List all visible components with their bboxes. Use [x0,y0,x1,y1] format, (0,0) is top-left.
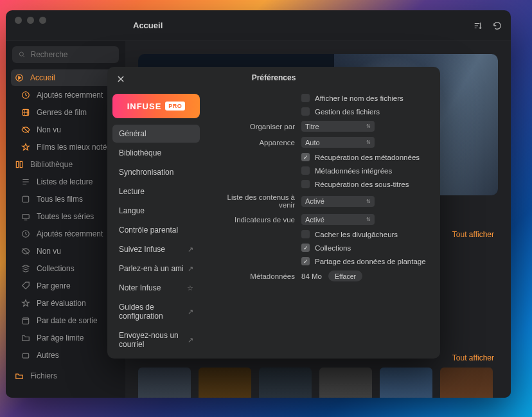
play-icon [15,73,24,82]
sidebar-item-bygenre[interactable]: Par genre [11,278,120,294]
sidebar-item-allseries[interactable]: Toutes les séries [11,208,120,225]
poster-item[interactable]: CAPTAIN AMERICA [380,368,432,398]
checkbox-meta-embedded[interactable] [301,166,310,175]
sidebar-item-others[interactable]: Autres [11,347,120,364]
sort-icon[interactable] [474,21,483,30]
tab-playback[interactable]: Lecture [112,182,200,200]
sidebar-item-collections[interactable]: Collections [11,260,120,277]
sidebar-section-library[interactable]: Bibliothèque [11,156,120,173]
minimize-window-button[interactable] [27,17,34,24]
sidebar-item-byrating[interactable]: Par évaluation [11,295,120,312]
poster-item[interactable]: THE FALCON [440,368,493,398]
poster-item[interactable] [319,368,372,398]
sidebar-item-label: Collections [37,264,75,273]
svg-rect-4 [22,196,28,202]
search-field[interactable] [12,46,119,63]
chevron-updown-icon: ⇅ [366,123,371,129]
sidebar-item-label: Fichiers [30,371,57,380]
external-link-icon: ↗ [188,245,193,254]
sidebar-item-label: Bibliothèque [30,160,73,169]
close-window-button[interactable] [15,17,22,24]
checkbox-subs-fetch[interactable] [301,180,310,188]
window-controls [15,17,46,24]
sidebar-item-unseen2[interactable]: Non vu [11,243,120,260]
poster-item[interactable]: THE THIRD SEASON [259,368,312,398]
sidebar-item-unseen[interactable]: Non vu [11,121,120,138]
app-window: Accueil Accueil Ajoutés récemment Genres… [6,10,511,398]
sidebar-item-allfilms[interactable]: Tous les films [11,191,120,208]
maximize-window-button[interactable] [39,17,46,24]
svg-rect-5 [22,215,30,219]
select-value: Auto [305,139,320,146]
tab-language[interactable]: Langue [112,202,200,220]
preferences-dialog: Préférences INFUSE PRO Général Bibliothè… [107,67,440,359]
poster-item[interactable] [199,368,251,398]
sidebar-item-recent2[interactable]: Ajoutés récemment [11,226,120,242]
select-upcoming[interactable]: Activé⇅ [301,196,375,207]
checkbox-collections[interactable]: ✓ [301,244,310,252]
refresh-icon[interactable] [493,21,502,30]
select-organise-by[interactable]: Titre⇅ [301,121,375,132]
tab-sync[interactable]: Synchronisation [112,163,200,181]
show-all-link[interactable]: Tout afficher [452,353,494,362]
form-label: Métadonnées [210,272,301,280]
search-input[interactable] [30,50,112,59]
infuse-pro-banner[interactable]: INFUSE PRO [112,94,200,118]
external-link-icon: ↗ [188,308,193,316]
sidebar-item-label: Ajoutés récemment [37,229,103,238]
tab-label: Bibliothèque [119,148,161,157]
chevron-updown-icon: ⇅ [366,199,371,204]
close-icon[interactable] [116,75,125,84]
box-icon [21,351,30,360]
star-icon [21,299,30,308]
tag-icon [21,281,30,290]
form-label: Collections [315,244,351,252]
eye-off-icon [21,247,30,256]
svg-rect-8 [22,353,28,358]
sidebar-item-label: Accueil [30,73,55,82]
sidebar-item-home[interactable]: Accueil [11,69,120,86]
star-icon [21,143,30,152]
chevron-updown-icon: ⇅ [366,217,371,222]
sidebar-section-files[interactable]: Fichiers [11,368,120,384]
tab-label: Général [119,129,146,138]
select-watched[interactable]: Activé⇅ [301,214,375,225]
tab-rate[interactable]: Noter Infuse☆ [112,279,200,297]
folder-open-icon [15,371,24,380]
list-icon [21,177,30,186]
checkbox-file-mgmt[interactable] [301,107,310,116]
show-all-link[interactable]: Tout afficher [452,230,494,239]
sidebar-item-genres[interactable]: Genres de film [11,104,120,121]
poster-item[interactable]: THE FIRST SEASON [138,368,191,398]
tab-tell[interactable]: Parlez-en à un ami↗ [112,260,200,278]
checkbox-meta-fetch[interactable]: ✓ [301,153,310,161]
checkbox-show-filenames[interactable] [301,94,310,102]
sidebar-item-top[interactable]: Films les mieux notés [11,139,120,155]
tab-label: Noter Infuse [119,283,161,292]
sidebar-item-label: Non vu [37,125,61,134]
search-icon [19,51,25,58]
tab-guides[interactable]: Guides de configuration↗ [112,298,200,325]
svg-rect-7 [22,318,28,324]
sidebar-item-label: Ajoutés récemment [37,91,103,100]
tab-label: Guides de configuration [119,303,188,321]
sidebar-item-byage[interactable]: Par âge limite [11,330,120,346]
sidebar-item-recent[interactable]: Ajoutés récemment [11,87,120,103]
tab-general[interactable]: Général [112,125,200,143]
tab-library[interactable]: Bibliothèque [112,144,200,162]
select-appearance[interactable]: Auto⇅ [301,137,375,148]
sidebar-item-label: Par évaluation [37,299,86,308]
infuse-logo-text: INFUSE [127,102,162,111]
tab-email[interactable]: Envoyez-nous un courriel↗ [112,326,200,353]
tab-label: Synchronisation [119,168,173,177]
sidebar-item-playlists[interactable]: Listes de lecture [11,173,120,190]
clear-metadata-button[interactable]: Effacer [328,271,362,281]
checkbox-crash[interactable]: ✓ [301,257,310,265]
checkbox-hide-spoilers[interactable] [301,230,310,238]
tab-parental[interactable]: Contrôle parental [112,221,200,239]
external-link-icon: ↗ [188,265,193,273]
tab-label: Parlez-en à un ami [119,264,184,273]
sidebar-item-bydate[interactable]: Par date de sortie [11,312,120,329]
form-label: Cacher les divulgâcheurs [315,231,398,238]
tab-follow[interactable]: Suivez Infuse↗ [112,240,200,258]
